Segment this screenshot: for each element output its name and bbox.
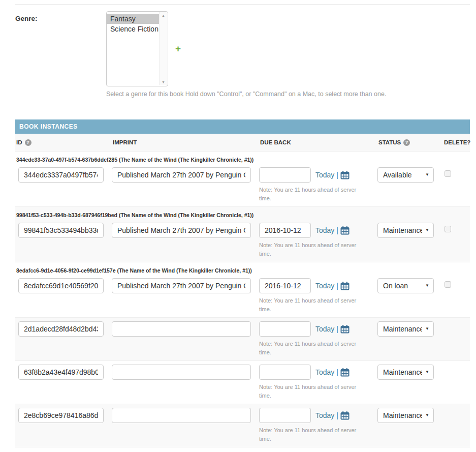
- genre-option-science-fiction[interactable]: Science Fiction: [107, 24, 159, 34]
- imprint-input[interactable]: [112, 321, 251, 337]
- status-select-wrap: Maintenance ▼: [377, 408, 434, 423]
- status-select-wrap: Maintenance ▼: [377, 321, 434, 337]
- imprint-input[interactable]: [112, 167, 251, 183]
- today-link[interactable]: Today: [315, 226, 334, 234]
- due-back-input[interactable]: [259, 223, 311, 238]
- status-select-wrap: Available ▼: [377, 167, 434, 183]
- timezone-note: Note: You are 11 hours ahead of server t…: [259, 383, 363, 400]
- status-select[interactable]: Maintenance: [377, 365, 434, 380]
- column-headers: ID? IMPRINT DUE BACK STATUS? DELETE?: [15, 134, 470, 152]
- timezone-note: Note: You are 11 hours ahead of server t…: [259, 340, 363, 356]
- timezone-note: Note: You are 11 hours ahead of server t…: [259, 296, 363, 313]
- genre-option-fantasy[interactable]: Fantasy: [107, 14, 159, 24]
- listbox-scrollbar[interactable]: ▲ ▼: [159, 12, 167, 85]
- status-select-wrap: Maintenance ▼: [377, 223, 434, 238]
- timezone-note: Note: You are 11 hours ahead of server t…: [259, 426, 363, 443]
- add-book-instance[interactable]: + Add another Book instance: [15, 447, 470, 452]
- today-link[interactable]: Today: [315, 171, 334, 179]
- status-select[interactable]: Maintenance: [377, 321, 434, 337]
- id-input[interactable]: [18, 408, 104, 423]
- book-instance-rows: 344edc33-37a0-497f-b574-637b6ddcf285 (Th…: [15, 152, 470, 447]
- book-instance-row: 8edafcc6-9d1e-4056-9f20-ce99d1ef157e (Th…: [15, 262, 470, 318]
- column-header-imprint: IMPRINT: [112, 139, 259, 146]
- scroll-down-icon[interactable]: ▼: [162, 80, 165, 84]
- status-select[interactable]: Maintenance: [377, 408, 434, 423]
- delete-checkbox[interactable]: [445, 170, 451, 177]
- genre-help-text: Select a genre for this book Hold down "…: [106, 91, 386, 98]
- scroll-up-icon[interactable]: ▲: [162, 14, 165, 17]
- add-genre-icon[interactable]: +: [175, 43, 181, 54]
- due-back-input[interactable]: [259, 365, 311, 380]
- row-caption: 344edc33-37a0-497f-b574-637b6ddcf285 (Th…: [15, 155, 470, 167]
- book-instance-row: 99841f53-c533-494b-b33d-687946f19bed (Th…: [15, 207, 470, 262]
- genre-multiselect[interactable]: Fantasy Science Fiction ▲ ▼: [106, 11, 168, 86]
- imprint-input[interactable]: [112, 223, 251, 238]
- genre-label: Genre:: [15, 11, 106, 98]
- due-back-input[interactable]: [259, 167, 311, 183]
- book-instance-row: 344edc33-37a0-497f-b574-637b6ddcf285 (Th…: [15, 152, 470, 207]
- column-header-due-back: DUE BACK: [259, 139, 377, 146]
- book-edit-form: Genre: Fantasy Science Fiction ▲ ▼ + Sel…: [0, 4, 476, 452]
- status-select[interactable]: Available: [377, 167, 434, 183]
- due-back-input[interactable]: [259, 408, 311, 423]
- book-instances-panel: BOOK INSTANCES ID? IMPRINT DUE BACK STAT…: [15, 119, 470, 452]
- due-back-input[interactable]: [259, 321, 311, 337]
- delete-checkbox[interactable]: [445, 226, 451, 232]
- status-select-wrap: On loan ▼: [377, 278, 434, 293]
- status-help-icon[interactable]: ?: [403, 139, 410, 146]
- today-link[interactable]: Today: [315, 368, 334, 376]
- book-instance-row: Today | Maintenance ▼ Note: You are 11 h…: [15, 318, 470, 361]
- column-header-delete: DELETE?: [442, 139, 470, 146]
- pipe-separator: |: [336, 368, 338, 376]
- status-select[interactable]: Maintenance: [377, 223, 434, 238]
- status-select-wrap: Maintenance ▼: [377, 365, 434, 380]
- book-instance-row: Today | Maintenance ▼ Note: You are 11 h…: [15, 361, 470, 404]
- timezone-note: Note: You are 11 hours ahead of server t…: [259, 241, 363, 258]
- id-input[interactable]: [18, 365, 104, 380]
- pipe-separator: |: [336, 411, 338, 419]
- today-link[interactable]: Today: [315, 282, 334, 290]
- id-help-icon[interactable]: ?: [25, 139, 31, 146]
- imprint-input[interactable]: [112, 365, 251, 380]
- row-caption: 99841f53-c533-494b-b33d-687946f19bed (Th…: [15, 210, 470, 223]
- column-header-id: ID?: [15, 139, 112, 146]
- pipe-separator: |: [336, 226, 338, 234]
- id-input[interactable]: [18, 278, 104, 293]
- pipe-separator: |: [336, 325, 338, 333]
- panel-title: BOOK INSTANCES: [15, 119, 470, 134]
- form-divider: [15, 4, 470, 5]
- id-input[interactable]: [18, 167, 104, 183]
- calendar-icon[interactable]: [340, 171, 350, 179]
- column-header-status: STATUS?: [377, 139, 442, 146]
- genre-field-row: Genre: Fantasy Science Fiction ▲ ▼ + Sel…: [15, 11, 470, 98]
- today-link[interactable]: Today: [315, 325, 334, 333]
- calendar-icon[interactable]: [340, 368, 350, 377]
- due-back-input[interactable]: [259, 278, 311, 293]
- delete-checkbox[interactable]: [445, 281, 451, 288]
- status-select[interactable]: On loan: [377, 278, 434, 293]
- today-link[interactable]: Today: [315, 411, 334, 419]
- book-instance-row: Today | Maintenance ▼ Note: You are 11 h…: [15, 404, 470, 447]
- genre-field: Fantasy Science Fiction ▲ ▼ + Select a g…: [106, 11, 386, 98]
- id-input[interactable]: [18, 223, 104, 238]
- calendar-icon[interactable]: [340, 411, 350, 420]
- timezone-note: Note: You are 11 hours ahead of server t…: [259, 186, 363, 202]
- imprint-input[interactable]: [112, 278, 251, 293]
- id-input[interactable]: [18, 321, 104, 337]
- pipe-separator: |: [336, 282, 338, 290]
- calendar-icon[interactable]: [340, 226, 350, 235]
- row-caption: 8edafcc6-9d1e-4056-9f20-ce99d1ef157e (Th…: [15, 266, 470, 278]
- calendar-icon[interactable]: [340, 282, 350, 290]
- calendar-icon[interactable]: [340, 325, 350, 334]
- pipe-separator: |: [336, 171, 338, 179]
- imprint-input[interactable]: [112, 408, 251, 423]
